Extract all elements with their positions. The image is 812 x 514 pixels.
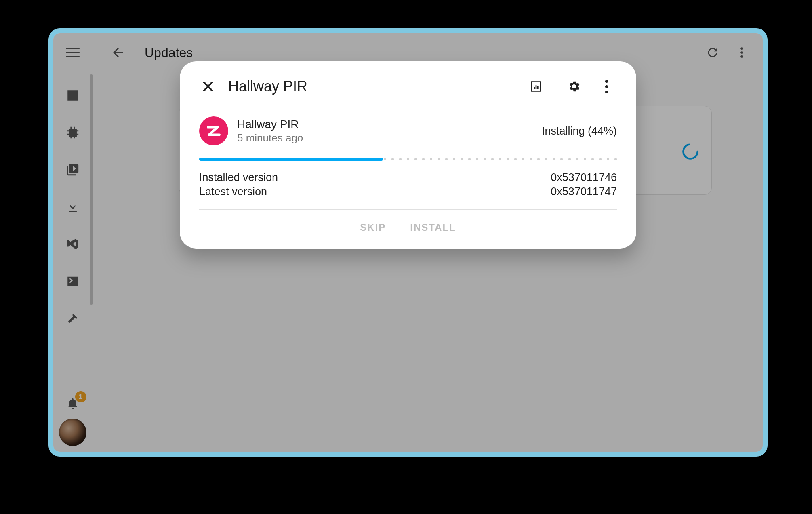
- app-window: Updates: [48, 28, 768, 457]
- update-dialog: Hallway PIR Hallway PIR 5 minutes ago In…: [180, 61, 636, 249]
- dialog-title: Hallway PIR: [228, 78, 509, 95]
- settings-button[interactable]: [564, 76, 585, 97]
- zigbee-icon: [199, 116, 228, 145]
- installed-version-row: Installed version 0x537011746: [199, 171, 617, 185]
- dot-icon: [605, 80, 608, 83]
- close-icon: [201, 80, 215, 93]
- dialog-actions: SKIP INSTALL: [199, 210, 617, 237]
- close-button[interactable]: [199, 78, 217, 95]
- dot-icon: [605, 91, 608, 93]
- version-info: Installed version 0x537011746 Latest ver…: [199, 171, 617, 199]
- progress-fill: [199, 158, 383, 161]
- skip-button[interactable]: SKIP: [360, 222, 386, 233]
- installed-version-label: Installed version: [199, 171, 278, 184]
- device-name: Hallway PIR: [237, 118, 533, 131]
- installed-version-value: 0x537011746: [551, 171, 617, 184]
- dialog-header: Hallway PIR: [199, 76, 617, 97]
- latest-version-label: Latest version: [199, 185, 267, 198]
- device-timestamp: 5 minutes ago: [237, 132, 533, 144]
- dot-icon: [605, 85, 608, 88]
- device-summary-row: Hallway PIR 5 minutes ago Installing (44…: [199, 116, 617, 145]
- latest-version-row: Latest version 0x537011747: [199, 185, 617, 199]
- gear-icon: [567, 80, 581, 93]
- latest-version-value: 0x537011747: [551, 185, 617, 198]
- device-text: Hallway PIR 5 minutes ago: [237, 118, 533, 144]
- chart-box-icon: [529, 80, 543, 93]
- history-button[interactable]: [526, 76, 547, 97]
- install-button[interactable]: INSTALL: [410, 222, 456, 233]
- dialog-more-button[interactable]: [596, 80, 617, 93]
- install-status: Installing (44%): [542, 125, 617, 137]
- progress-bar: [199, 158, 617, 161]
